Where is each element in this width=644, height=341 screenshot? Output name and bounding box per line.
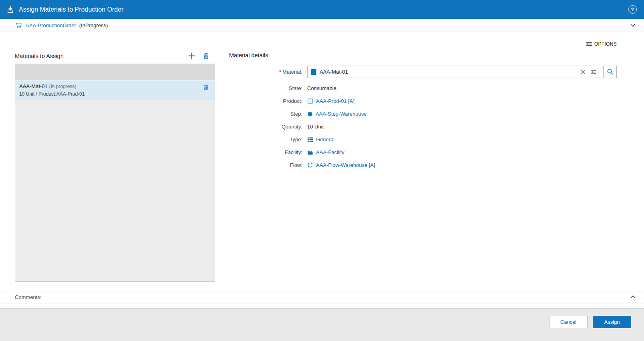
filter-settings-icon[interactable] [590,69,597,75]
dialog-title: Assign Materials to Production Order [19,6,123,13]
facility-label: Facility: [229,149,307,155]
order-context-bar: AAA-ProductionOrder (InProgress) [0,19,644,32]
chevron-down-icon[interactable] [630,22,636,28]
step-icon [307,111,313,117]
material-details-panel: Material details *Material: [229,52,617,282]
dialog-header: Assign Materials to Production Order ? [0,0,644,19]
production-order-status: (InProgress) [79,22,108,28]
assign-materials-dialog: Assign Materials to Production Order ? A… [0,0,644,341]
step-label: Step: [229,111,307,117]
footer-gap [0,303,644,308]
help-icon[interactable]: ? [628,5,637,14]
chevron-up-icon[interactable] [630,294,636,300]
flow-icon [307,162,313,168]
quantity-label: Quantity: [229,124,307,130]
comments-label: Comments: [15,294,41,300]
options-label: OPTIONS [594,41,617,47]
state-value: Consumable [307,85,336,91]
facility-icon [307,149,313,155]
material-list-item[interactable]: AAA-Mat-01 (In progress) 10 Unit / Produ… [15,80,215,100]
field-flow: Flow: AAA-Flow- [229,160,617,170]
quantity-value: 10 Unit [307,124,324,130]
field-material: *Material: [229,66,617,78]
field-quantity: Quantity: 10 Unit [229,122,617,131]
row-delete-button[interactable] [203,84,209,90]
product-icon [307,98,313,104]
required-marker: * [279,69,281,75]
type-label: Type: [229,136,307,142]
state-label: State: [229,85,307,91]
product-label: Product: [229,98,307,104]
delete-material-button[interactable] [203,52,209,59]
material-item-name: AAA-Mat-01 [19,83,48,89]
clear-icon[interactable] [581,70,586,74]
options-sliders-icon [586,41,592,47]
details-panel-title: Material details [229,52,617,58]
material-type-icon [311,69,316,75]
comments-section: Comments: [0,291,644,303]
material-search-button[interactable] [603,66,617,78]
dialog-footer: Cancel Assign [0,308,644,341]
assign-button[interactable]: Assign [593,316,631,328]
material-lookup-input-box [307,66,601,78]
flow-label: Flow: [229,162,307,168]
production-order-link[interactable]: AAA-ProductionOrder [26,22,76,28]
cancel-button[interactable]: Cancel [549,316,588,328]
field-product: Product: AAA-Prod-01 [A] [229,96,617,106]
field-type: Type: General [229,135,617,144]
cart-icon [15,22,22,29]
main-content: OPTIONS Materials to Assign [0,32,644,291]
materials-list-header [15,64,215,80]
flow-link[interactable]: AAA-Flow-Warehouse [A] [316,162,375,168]
facility-link[interactable]: AAA-Facility [316,149,344,155]
type-link[interactable]: General [316,136,334,142]
material-item-detail: 10 Unit / Product:AAA-Prod-01 [19,91,211,97]
product-link[interactable]: AAA-Prod-01 [A] [316,98,354,104]
material-item-status: (In progress) [49,84,76,89]
field-state: State: Consumable [229,84,617,93]
materials-to-assign-panel: Materials to Assign [15,52,215,282]
material-input[interactable] [320,69,578,75]
options-button[interactable]: OPTIONS [586,41,617,47]
material-label: Material: [282,69,302,75]
field-step: Step: AAA-Step-Warehouse [229,109,617,118]
materials-list: AAA-Mat-01 (In progress) 10 Unit / Produ… [15,64,215,282]
step-link[interactable]: AAA-Step-Warehouse [316,111,366,117]
type-list-icon [307,136,313,142]
materials-panel-title: Materials to Assign [15,53,64,59]
assign-materials-icon [6,6,14,14]
field-facility: Facility: AAA-Facility [229,148,617,157]
add-material-button[interactable] [188,52,195,60]
